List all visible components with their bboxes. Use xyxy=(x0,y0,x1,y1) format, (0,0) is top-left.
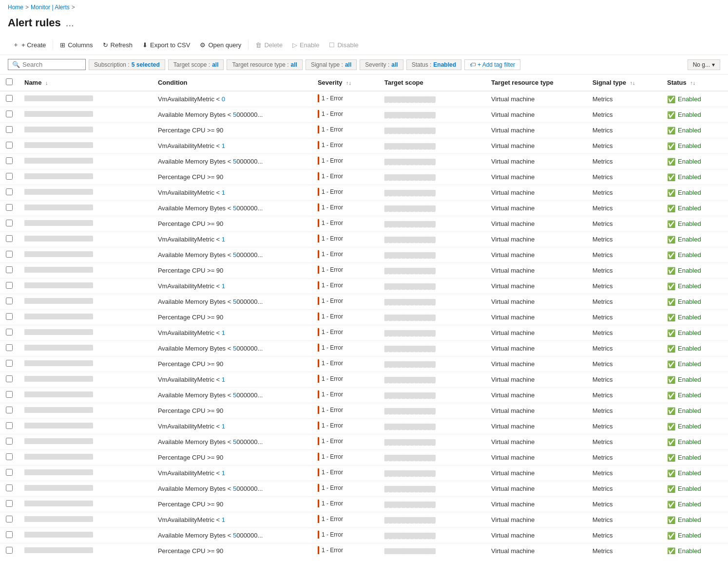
condition-link[interactable]: 5 xyxy=(233,532,236,539)
condition-link[interactable]: 1 xyxy=(222,189,225,196)
row-name[interactable]: ████████████████ xyxy=(19,434,152,450)
row-checkbox[interactable] xyxy=(6,531,13,538)
row-name[interactable]: ████████████████ xyxy=(19,419,152,434)
target-resource-filter[interactable]: Target resource type : all xyxy=(227,59,302,70)
row-checkbox-cell[interactable] xyxy=(0,543,19,555)
row-checkbox[interactable] xyxy=(6,298,13,304)
row-checkbox[interactable] xyxy=(6,329,13,335)
condition-link[interactable]: 1 xyxy=(222,423,225,430)
condition-link[interactable]: 5 xyxy=(233,485,236,492)
row-checkbox[interactable] xyxy=(6,407,13,413)
row-name[interactable]: ████████████████ xyxy=(19,528,152,543)
breadcrumb-monitor-alerts[interactable]: Monitor | Alerts xyxy=(31,4,70,11)
row-checkbox-cell[interactable] xyxy=(0,465,19,481)
row-checkbox[interactable] xyxy=(6,204,13,211)
condition-link[interactable]: 1 xyxy=(222,376,225,383)
row-checkbox[interactable] xyxy=(6,453,13,460)
condition-link[interactable]: 1 xyxy=(222,469,225,477)
disable-button[interactable]: ☐ Disable xyxy=(324,39,363,51)
row-name[interactable]: ████████████████ xyxy=(19,465,152,481)
row-name[interactable]: ████████████████ xyxy=(19,169,152,185)
select-all-checkbox[interactable] xyxy=(6,78,13,85)
row-checkbox[interactable] xyxy=(6,173,13,180)
search-box[interactable]: 🔍 xyxy=(8,59,86,70)
row-name[interactable]: ████████████████ xyxy=(19,138,152,154)
condition-link[interactable]: 1 xyxy=(222,516,225,523)
row-name[interactable]: ████████████████ xyxy=(19,325,152,341)
row-name[interactable]: ████████████████ xyxy=(19,481,152,497)
condition-link[interactable]: 0 xyxy=(222,95,225,103)
row-checkbox-cell[interactable] xyxy=(0,497,19,512)
row-checkbox-cell[interactable] xyxy=(0,107,19,123)
row-name[interactable]: ████████████████ xyxy=(19,341,152,356)
row-checkbox-cell[interactable] xyxy=(0,450,19,465)
severity-filter[interactable]: Severity : all xyxy=(360,59,403,70)
row-checkbox[interactable] xyxy=(6,391,13,398)
condition-link[interactable]: 5 xyxy=(233,391,236,399)
page-options-button[interactable]: ... xyxy=(66,18,74,29)
row-name[interactable]: ████████████████ xyxy=(19,107,152,123)
row-checkbox-cell[interactable] xyxy=(0,263,19,279)
row-checkbox[interactable] xyxy=(6,188,13,195)
row-checkbox[interactable] xyxy=(6,484,13,491)
row-checkbox[interactable] xyxy=(6,516,13,522)
row-name[interactable]: ████████████████ xyxy=(19,294,152,310)
row-name[interactable]: ████████████████ xyxy=(19,450,152,465)
row-name[interactable]: ████████████████ xyxy=(19,263,152,279)
severity-column-header[interactable]: Severity ↑↓ xyxy=(312,74,379,91)
create-button[interactable]: ＋ + Create xyxy=(8,38,51,52)
delete-button[interactable]: 🗑 Delete xyxy=(250,39,287,51)
status-column-header[interactable]: Status ↑↓ xyxy=(661,74,728,91)
row-name[interactable]: ████████████████ xyxy=(19,123,152,138)
row-checkbox-cell[interactable] xyxy=(0,325,19,341)
row-name[interactable]: ████████████████ xyxy=(19,185,152,201)
row-checkbox-cell[interactable] xyxy=(0,434,19,450)
row-checkbox-cell[interactable] xyxy=(0,247,19,263)
row-checkbox[interactable] xyxy=(6,157,13,164)
signal-type-column-header[interactable]: Signal type ↑↓ xyxy=(587,74,661,91)
row-checkbox-cell[interactable] xyxy=(0,341,19,356)
row-name[interactable]: ████████████████ xyxy=(19,232,152,247)
condition-link[interactable]: 5 xyxy=(233,298,236,305)
row-name[interactable]: ████████████████ xyxy=(19,247,152,263)
condition-link[interactable]: 5 xyxy=(233,345,236,352)
row-checkbox-cell[interactable] xyxy=(0,123,19,138)
row-checkbox[interactable] xyxy=(6,469,13,476)
enable-button[interactable]: ▷ Enable xyxy=(287,39,324,51)
row-checkbox[interactable] xyxy=(6,360,13,367)
row-checkbox-cell[interactable] xyxy=(0,169,19,185)
row-checkbox[interactable] xyxy=(6,313,13,320)
condition-link[interactable]: 5 xyxy=(233,251,236,259)
row-name[interactable]: ████████████████ xyxy=(19,497,152,512)
row-checkbox-cell[interactable] xyxy=(0,372,19,388)
row-name[interactable]: ████████████████ xyxy=(19,512,152,528)
row-checkbox[interactable] xyxy=(6,251,13,258)
row-checkbox[interactable] xyxy=(6,235,13,242)
row-name[interactable]: ████████████████ xyxy=(19,388,152,403)
row-checkbox[interactable] xyxy=(6,375,13,382)
row-checkbox-cell[interactable] xyxy=(0,294,19,310)
row-name[interactable]: ████████████████ xyxy=(19,543,152,555)
no-grouping-button[interactable]: No g... ▾ xyxy=(688,59,720,70)
row-checkbox-cell[interactable] xyxy=(0,403,19,419)
target-scope-filter[interactable]: Target scope : all xyxy=(168,59,224,70)
row-checkbox[interactable] xyxy=(6,95,13,102)
row-checkbox[interactable] xyxy=(6,126,13,133)
row-checkbox-cell[interactable] xyxy=(0,481,19,497)
condition-link[interactable]: 1 xyxy=(222,329,225,336)
row-checkbox-cell[interactable] xyxy=(0,138,19,154)
row-checkbox[interactable] xyxy=(6,547,13,554)
row-name[interactable]: ████████████████ xyxy=(19,310,152,325)
status-filter[interactable]: Status : Enabled xyxy=(406,59,461,70)
row-checkbox-cell[interactable] xyxy=(0,419,19,434)
row-name[interactable]: ████████████████ xyxy=(19,403,152,419)
row-name[interactable]: ████████████████ xyxy=(19,154,152,169)
condition-link[interactable]: 1 xyxy=(222,142,225,149)
row-checkbox-cell[interactable] xyxy=(0,201,19,216)
signal-type-filter[interactable]: Signal type : all xyxy=(306,59,357,70)
row-checkbox[interactable] xyxy=(6,111,13,117)
row-name[interactable]: ████████████████ xyxy=(19,216,152,232)
row-name[interactable]: ████████████████ xyxy=(19,372,152,388)
row-name[interactable]: ████████████████ xyxy=(19,356,152,372)
row-name[interactable]: ████████████████ xyxy=(19,279,152,294)
